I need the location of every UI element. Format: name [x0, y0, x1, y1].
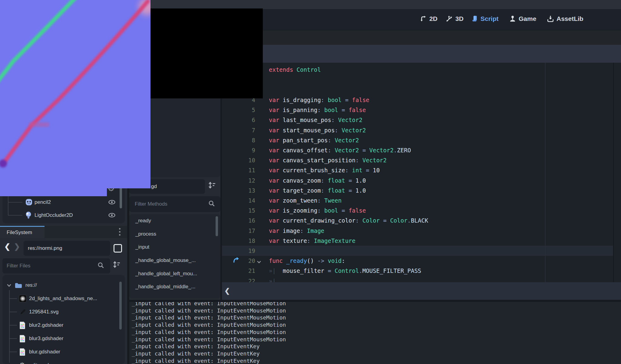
- method-item[interactable]: _ready: [129, 214, 220, 227]
- code-text: extends Control: [269, 66, 321, 73]
- file-tree-panel[interactable]: Favoritesres://2d_lights_and_shadows_ne.…: [2, 275, 125, 364]
- code-line: 20func _ready() -> void:: [222, 256, 613, 266]
- code-text: var last_mouse_pos: Vector2: [269, 117, 362, 123]
- code-line: 1extends Control: [222, 65, 613, 75]
- workspace-tab-label: 3D: [455, 15, 464, 22]
- line-number: 12: [222, 177, 255, 184]
- console-line: _input called with event: InputEventKey: [132, 358, 260, 364]
- sort-scripts-icon[interactable]: [208, 181, 216, 189]
- file-row-favorites[interactable]: Favorites: [2, 275, 125, 279]
- dock-menu-icon[interactable]: [119, 228, 121, 236]
- scene-node-row[interactable]: LightOccluder2D: [2, 209, 125, 222]
- file-row[interactable]: blur3.gdshader: [2, 332, 125, 345]
- file-tree-scrollbar[interactable]: [119, 282, 122, 329]
- icon-game: [509, 15, 516, 22]
- icon-assetlib: [547, 15, 554, 22]
- icon-shader: [19, 348, 26, 356]
- code-line: 5var is_panning: bool = false: [222, 105, 613, 115]
- scene-node-label: pencil2: [35, 199, 51, 205]
- icon-script: [471, 15, 478, 22]
- file-row-label: editor.gd: [29, 362, 49, 364]
- current-path-field[interactable]: [24, 241, 110, 256]
- star-icon: [15, 275, 21, 275]
- tree-connector: [9, 338, 17, 339]
- file-row[interactable]: blur.gdshader: [2, 345, 125, 359]
- console-line: _input called with event: InputEventMous…: [132, 314, 286, 321]
- tab-2d[interactable]: 2D: [420, 12, 438, 26]
- console-line: _input called with event: InputEventMous…: [132, 322, 286, 328]
- method-item[interactable]: _handle_global_left_mou...: [129, 267, 220, 280]
- file-row[interactable]: 2d_lights_and_shadows_ne...: [2, 292, 125, 305]
- code-line: 11var current_brush_size: int = 10: [222, 165, 613, 175]
- fold-chevron-icon[interactable]: [257, 260, 261, 264]
- icon-svgfile: [19, 308, 27, 316]
- code-text: var pan_start_pos: Vector2: [269, 137, 359, 144]
- code-text: var current_brush_size: int = 10: [269, 167, 380, 174]
- methods-list-panel: _ready_process_input_handle_global_mouse…: [129, 214, 220, 299]
- code-line: 10var canvas_start_position: Vector2: [222, 155, 613, 165]
- file-row-label: 1295841.svg: [29, 309, 58, 315]
- scrollbar-divider: [613, 63, 614, 282]
- code-text: var target_zoom: float = 1.0: [269, 187, 366, 194]
- workspace-tab-label: 2D: [429, 15, 438, 22]
- scene-tree-scrollbar[interactable]: [120, 185, 122, 208]
- code-text: »|: [269, 278, 283, 282]
- method-item[interactable]: _input: [129, 240, 220, 254]
- black-overlay-rect: [150, 8, 263, 98]
- collapse-panel-button[interactable]: ❮: [224, 287, 230, 295]
- code-text: var current_drawing_color: Color = Color…: [269, 217, 428, 224]
- tab-script[interactable]: Script: [471, 12, 499, 26]
- code-line: 7var start_mouse_pos: Vector2: [222, 125, 613, 135]
- method-item[interactable]: _handle_global_mouse_...: [129, 254, 220, 267]
- visibility-eye-icon[interactable]: [108, 212, 116, 218]
- filter-methods-input[interactable]: [129, 196, 220, 212]
- code-text: var canvas_offset: Vector2 = Vector2.ZER…: [269, 147, 411, 154]
- godot-editor-window: { "topbar": { "tabs": [ {"label":"2D","i…: [0, 0, 621, 364]
- file-row-label: blur.gdshader: [29, 349, 60, 355]
- code-text: var is_zooming: bool = false: [269, 207, 366, 214]
- normal-map-image: [0, 0, 150, 196]
- visibility-eye-icon[interactable]: [108, 199, 116, 205]
- scene-node-row[interactable]: pencil2: [2, 196, 125, 209]
- file-row-label: blur3.gdshader: [29, 336, 63, 342]
- tab-3d[interactable]: 3D: [446, 12, 464, 26]
- code-line: 18var texture: ImageTexture: [222, 236, 613, 246]
- tree-connector: [9, 298, 17, 299]
- toggle-split-mode-button[interactable]: [112, 243, 124, 254]
- line-number: 19: [222, 247, 255, 254]
- methods-scrollbar[interactable]: [216, 216, 218, 236]
- code-text: var texture: ImageTexture: [269, 237, 355, 244]
- search-icon: [208, 200, 215, 207]
- history-back-button[interactable]: ❮: [4, 242, 10, 251]
- icon-light: [25, 211, 32, 219]
- code-text: var is_dragging: bool = false: [269, 97, 369, 103]
- file-row[interactable]: ⚙editor.gd: [2, 359, 125, 364]
- icon-bot: [25, 198, 33, 206]
- code-text: func _ready() -> void:: [269, 257, 345, 264]
- history-forward-button[interactable]: ❯: [14, 242, 20, 251]
- code-text: var image: Image: [269, 227, 324, 234]
- code-line: 21»|mouse_filter = Control.MOUSE_FILTER_…: [222, 266, 613, 276]
- code-text: var is_panning: bool = false: [269, 107, 366, 113]
- line-number: 10: [222, 157, 255, 164]
- console-line: _input called with event: InputEventKey: [132, 350, 260, 357]
- line-number: 16: [222, 217, 255, 224]
- output-console[interactable]: _input called with event: InputEventMous…: [129, 302, 621, 364]
- method-item[interactable]: _process: [129, 227, 220, 241]
- tab-filesystem[interactable]: FileSystem: [0, 226, 45, 238]
- method-item[interactable]: _handle_global_middle_...: [129, 280, 220, 293]
- file-row[interactable]: blur2.gdshader: [2, 319, 125, 332]
- icon-2d: [420, 15, 427, 22]
- tab-game[interactable]: Game: [509, 12, 536, 26]
- filter-files-input[interactable]: [2, 258, 110, 273]
- file-row[interactable]: 1295841.svg: [2, 305, 125, 319]
- workspace-tab-label: Script: [481, 15, 499, 22]
- icon-shader: [19, 321, 26, 329]
- icon-shader: [19, 335, 26, 343]
- file-row-label: blur2.gdshader: [29, 322, 63, 328]
- code-editor[interactable]: 1extends Control234var is_dragging: bool…: [222, 63, 621, 282]
- sort-files-icon[interactable]: [112, 260, 121, 269]
- code-line: 3: [222, 85, 613, 95]
- tab-assetlib[interactable]: AssetLib: [547, 12, 583, 26]
- file-row-root[interactable]: res://: [2, 279, 125, 292]
